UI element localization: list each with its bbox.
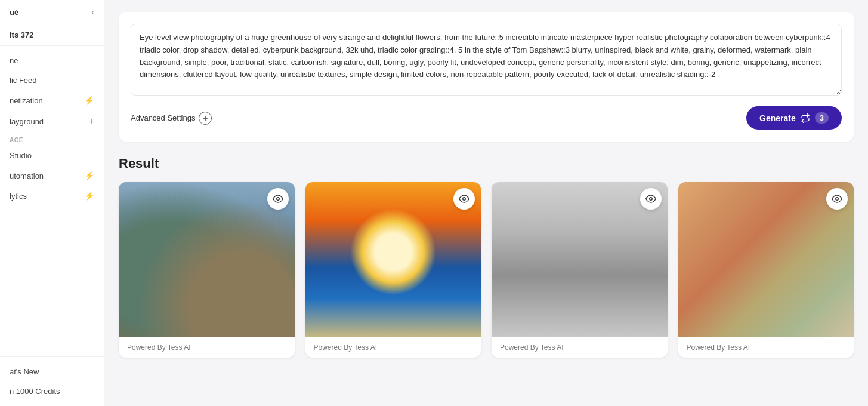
result-label-1: Powered By Tess AI bbox=[119, 337, 295, 358]
result-image-3 bbox=[492, 182, 668, 337]
advanced-settings-plus-icon: + bbox=[199, 112, 212, 125]
result-grid: Powered By Tess AI Powered By Tess AI bbox=[119, 182, 854, 358]
sidebar-item-label-studio: Studio bbox=[10, 151, 32, 160]
sidebar-credits-offer[interactable]: n 1000 Credits bbox=[0, 382, 104, 401]
eye-icon-1 bbox=[273, 193, 283, 204]
prompt-toolbar: Advanced Settings + Generate 3 bbox=[131, 106, 842, 130]
prompt-textarea[interactable] bbox=[131, 24, 842, 96]
sidebar-item-monetization[interactable]: netization ⚡ bbox=[0, 90, 104, 110]
sidebar-collapse-icon[interactable]: ‹ bbox=[91, 7, 94, 17]
sidebar-item-label-analytics: lytics bbox=[10, 192, 27, 201]
sidebar-item-automation[interactable]: utomation ⚡ bbox=[0, 165, 104, 186]
sidebar-item-public-feed[interactable]: lic Feed bbox=[0, 70, 104, 90]
sidebar-item-playground[interactable]: layground + bbox=[0, 110, 104, 132]
result-image-2 bbox=[305, 182, 481, 337]
sidebar-item-home[interactable]: ne bbox=[0, 51, 104, 70]
whats-new-label: at's New bbox=[10, 367, 39, 376]
prompt-card: Advanced Settings + Generate 3 bbox=[119, 12, 854, 142]
view-button-3[interactable] bbox=[640, 188, 662, 210]
result-card-3: Powered By Tess AI bbox=[492, 182, 668, 358]
advanced-settings-label: Advanced Settings bbox=[131, 113, 195, 122]
result-label-2: Powered By Tess AI bbox=[305, 337, 481, 358]
result-card-1: Powered By Tess AI bbox=[119, 182, 295, 358]
svg-point-2 bbox=[649, 198, 652, 201]
sidebar-section-ace: ACE bbox=[0, 132, 104, 146]
sidebar-item-automation-left: utomation bbox=[10, 171, 44, 180]
view-button-1[interactable] bbox=[267, 188, 289, 210]
lightning-icon-monetization: ⚡ bbox=[84, 96, 94, 105]
sidebar-item-label-home: ne bbox=[10, 56, 18, 65]
sidebar-credits: its 372 bbox=[0, 24, 104, 46]
result-section: Result Powered By Tess AI bbox=[119, 156, 854, 358]
generate-button[interactable]: Generate 3 bbox=[746, 106, 842, 130]
result-card-2: Powered By Tess AI bbox=[305, 182, 481, 358]
generate-count-badge: 3 bbox=[815, 112, 829, 124]
result-image-wrapper-1 bbox=[119, 182, 295, 337]
sidebar-logo: ué bbox=[10, 8, 18, 17]
eye-icon-3 bbox=[645, 193, 656, 204]
main-content: Advanced Settings + Generate 3 Result bbox=[104, 0, 868, 406]
sidebar-item-analytics[interactable]: lytics ⚡ bbox=[0, 186, 104, 206]
result-image-wrapper-4 bbox=[678, 182, 854, 337]
advanced-settings-button[interactable]: Advanced Settings + bbox=[131, 112, 212, 125]
generate-label: Generate bbox=[759, 113, 796, 123]
sidebar-footer: at's New n 1000 Credits bbox=[0, 356, 104, 406]
svg-point-3 bbox=[836, 198, 839, 201]
sidebar-item-label-monetization: netization bbox=[10, 96, 43, 105]
plus-icon-playground: + bbox=[89, 116, 94, 127]
sidebar: ué ‹ its 372 ne lic Feed netization ⚡ la… bbox=[0, 0, 104, 406]
svg-point-1 bbox=[463, 198, 466, 201]
sidebar-item-analytics-left: lytics bbox=[10, 192, 27, 201]
result-label-3: Powered By Tess AI bbox=[492, 337, 668, 358]
sidebar-item-label-playground: layground bbox=[10, 117, 44, 126]
result-label-4: Powered By Tess AI bbox=[678, 337, 854, 358]
view-button-2[interactable] bbox=[453, 188, 475, 210]
generate-icon bbox=[801, 113, 810, 123]
svg-point-0 bbox=[276, 198, 279, 201]
result-image-wrapper-2 bbox=[305, 182, 481, 337]
result-image-1 bbox=[119, 182, 295, 337]
sidebar-header: ué ‹ bbox=[0, 0, 104, 24]
result-title: Result bbox=[119, 156, 854, 171]
lightning-icon-analytics: ⚡ bbox=[84, 191, 94, 201]
result-image-wrapper-3 bbox=[492, 182, 668, 337]
eye-icon-2 bbox=[459, 193, 469, 204]
result-image-4 bbox=[678, 182, 854, 337]
result-card-4: Powered By Tess AI bbox=[678, 182, 854, 358]
sidebar-item-monetization-left: netization bbox=[10, 96, 43, 105]
credits-offer-label: n 1000 Credits bbox=[10, 387, 60, 396]
sidebar-item-label-automation: utomation bbox=[10, 171, 44, 180]
sidebar-item-label-public-feed: lic Feed bbox=[10, 76, 37, 85]
sidebar-whats-new[interactable]: at's New bbox=[0, 362, 104, 382]
sidebar-item-studio[interactable]: Studio bbox=[0, 146, 104, 165]
lightning-icon-automation: ⚡ bbox=[84, 171, 94, 180]
eye-icon-4 bbox=[832, 193, 842, 204]
view-button-4[interactable] bbox=[826, 188, 848, 210]
sidebar-nav: ne lic Feed netization ⚡ layground + ACE… bbox=[0, 46, 104, 356]
